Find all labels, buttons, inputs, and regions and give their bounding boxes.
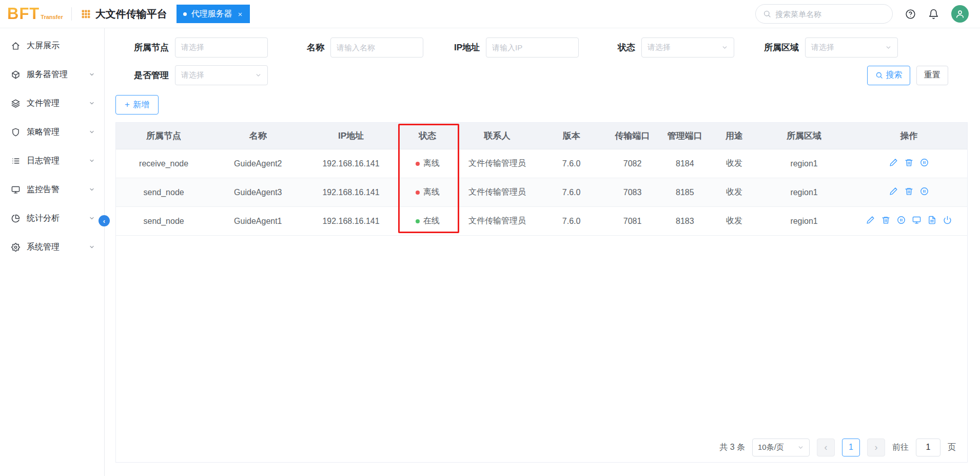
chevron-down-icon: [885, 44, 892, 51]
terminal-monitor-icon[interactable]: [912, 216, 921, 224]
cell-manage-port: 8183: [659, 207, 711, 236]
col-actions: 操作: [851, 123, 967, 149]
col-status: 状态: [398, 123, 458, 149]
chevron-down-icon: [89, 129, 95, 135]
filter-region-select[interactable]: 请选择: [805, 37, 898, 58]
filter-managed-select[interactable]: 请选择: [175, 65, 268, 85]
edit-icon[interactable]: [889, 187, 898, 196]
filter-ip-input[interactable]: [492, 43, 573, 52]
sidebar-collapse-button[interactable]: ‹: [99, 215, 110, 226]
cell-transfer-port: 7083: [606, 178, 658, 207]
chevron-down-icon: [721, 44, 728, 51]
cell-name: GuideAgent2: [211, 149, 304, 178]
sidebar-item-monitor-alert[interactable]: 监控告警: [0, 175, 104, 204]
add-button[interactable]: + 新增: [115, 95, 159, 115]
cell-ip: 192.168.16.141: [304, 149, 397, 178]
pause-icon[interactable]: [920, 158, 929, 167]
total-count-text: 共 3 条: [719, 442, 745, 453]
edit-icon[interactable]: [889, 158, 898, 167]
goto-page-input[interactable]: [916, 439, 940, 456]
reset-button[interactable]: 重置: [916, 66, 948, 85]
notification-bell-icon[interactable]: [928, 9, 939, 20]
cell-version: 7.6.0: [537, 149, 606, 178]
cell-actions: [851, 149, 967, 178]
filter-node-select[interactable]: 请选择: [175, 37, 268, 58]
cell-transfer-port: 7081: [606, 207, 658, 236]
col-ip: IP地址: [304, 123, 397, 149]
cell-version: 7.6.0: [537, 178, 606, 207]
page-size-select[interactable]: 10条/页: [752, 439, 810, 456]
chevron-left-icon: ‹: [825, 442, 828, 453]
filter-status-label: 状态: [613, 42, 635, 53]
table-card: 所属节点 名称 IP地址 状态 联系人 版本 传输端口 管理端口 用途 所属区域…: [115, 122, 968, 463]
goto-label: 前往: [892, 442, 909, 453]
pagination: 共 3 条 10条/页 ‹ 1 › 前往 页: [116, 432, 967, 462]
filter-name-field[interactable]: [330, 37, 423, 58]
cell-manage-port: 8184: [659, 149, 711, 178]
sidebar-item-label: 统计分析: [27, 213, 60, 224]
menu-search-input[interactable]: [775, 10, 885, 18]
delete-icon[interactable]: [905, 187, 913, 196]
user-avatar[interactable]: [951, 5, 969, 23]
filter-managed-label: 是否管理: [115, 69, 169, 81]
sidebar-item-server-management[interactable]: 服务器管理: [0, 60, 104, 89]
filter-status-select[interactable]: 请选择: [641, 37, 734, 58]
delete-icon[interactable]: [905, 158, 913, 167]
edit-icon[interactable]: [866, 216, 875, 224]
next-page-button[interactable]: ›: [867, 439, 885, 456]
col-usage: 用途: [711, 123, 757, 149]
col-version: 版本: [537, 123, 606, 149]
col-transfer-port: 传输端口: [606, 123, 658, 149]
sidebar-item-log-management[interactable]: 日志管理: [0, 146, 104, 175]
filter-ip-field[interactable]: [486, 37, 579, 58]
search-icon: [875, 71, 883, 79]
cell-node: send_node: [116, 207, 211, 236]
plus-icon: +: [125, 100, 130, 110]
status-badge: 在线: [423, 216, 440, 226]
cell-status: 离线: [398, 149, 458, 178]
power-icon[interactable]: [943, 216, 952, 224]
cell-region: region1: [757, 178, 851, 207]
log-file-icon[interactable]: [928, 216, 936, 224]
cell-region: region1: [757, 149, 851, 178]
menu-search[interactable]: [755, 4, 893, 24]
help-icon[interactable]: [905, 9, 916, 20]
logo-text: BFT: [7, 5, 40, 23]
main-content: 所属节点 请选择 名称 IP地址 状态 请选择: [105, 28, 980, 476]
empty-area: [116, 236, 967, 432]
tab-proxy-server[interactable]: 代理服务器 ×: [177, 5, 250, 23]
search-button[interactable]: 搜索: [867, 66, 910, 85]
current-page-button[interactable]: 1: [842, 439, 860, 456]
sidebar-item-system-management[interactable]: 系统管理: [0, 233, 104, 261]
cell-actions: [851, 178, 967, 207]
cell-node: send_node: [116, 178, 211, 207]
sidebar-item-file-management[interactable]: 文件管理: [0, 89, 104, 118]
status-badge: 离线: [423, 187, 440, 198]
sidebar-item-label: 大屏展示: [27, 41, 60, 51]
divider: [71, 7, 72, 21]
sidebar-item-statistics[interactable]: 统计分析: [0, 204, 104, 233]
pause-icon[interactable]: [897, 216, 906, 224]
cell-usage: 收发: [711, 149, 757, 178]
filter-name-input[interactable]: [337, 43, 417, 52]
prev-page-button[interactable]: ‹: [817, 439, 835, 456]
page-unit-label: 页: [948, 442, 956, 453]
delete-icon[interactable]: [881, 216, 890, 224]
tab-close-icon[interactable]: ×: [237, 10, 244, 18]
pause-icon[interactable]: [920, 187, 929, 196]
cell-ip: 192.168.16.141: [304, 207, 397, 236]
filter-row-1: 所属节点 请选择 名称 IP地址 状态 请选择: [115, 37, 968, 58]
table-row: send_node GuideAgent1 192.168.16.141 在线 …: [116, 207, 967, 236]
filter-name-label: 名称: [297, 42, 324, 53]
chevron-right-icon: ›: [875, 442, 878, 453]
sidebar-item-policy-management[interactable]: 策略管理: [0, 118, 104, 146]
cell-manage-port: 8185: [659, 178, 711, 207]
brand-logo[interactable]: BFT Transfer: [7, 5, 63, 23]
sidebar-item-label: 文件管理: [27, 98, 60, 109]
chevron-down-icon: [89, 244, 95, 250]
chevron-down-icon: [89, 100, 95, 106]
filter-ip-label: IP地址: [447, 42, 480, 53]
sidebar-item-dashboard[interactable]: 大屏展示: [0, 31, 104, 60]
filter-row-2: 是否管理 请选择 搜索 重置: [115, 65, 968, 85]
cell-status: 离线: [398, 178, 458, 207]
